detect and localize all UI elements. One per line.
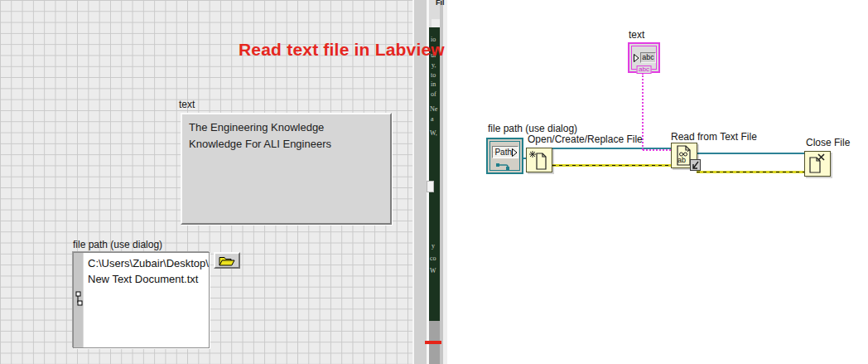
text-fragment: co bbox=[430, 255, 436, 262]
file-path-line1: C:\Users\Zubair\Desktop\ bbox=[88, 255, 209, 271]
red-progress-line bbox=[425, 341, 441, 344]
background-scrollbar-thumb bbox=[427, 181, 434, 192]
read-node-mode-badge[interactable] bbox=[690, 159, 701, 171]
error-wire-read-to-close[interactable] bbox=[697, 171, 804, 173]
text-fragment: Ne bbox=[430, 105, 437, 113]
terminal-direction-icon bbox=[634, 54, 639, 62]
string-type-tab: abc bbox=[636, 66, 652, 74]
path-segment-icon bbox=[75, 291, 83, 306]
indicator-text-line2: Knowledge For ALI Engineers bbox=[189, 136, 383, 153]
labview-screen: Read text file in Labview text The Engin… bbox=[0, 0, 868, 364]
error-wire-open-to-read[interactable] bbox=[552, 164, 671, 167]
open-folder-icon bbox=[218, 255, 236, 266]
text-fragment: of bbox=[431, 90, 436, 98]
close-node-label: Close File bbox=[806, 137, 850, 148]
bd-text-terminal-label: text bbox=[629, 29, 644, 41]
open-node-label: Open/Create/Replace File bbox=[528, 133, 643, 145]
text-fragment: y, bbox=[432, 61, 436, 69]
close-file-icon bbox=[807, 153, 828, 175]
background-window-menu-fragment: Fil bbox=[436, 0, 445, 7]
browse-button[interactable] bbox=[214, 252, 240, 269]
text-indicator-terminal[interactable]: abc abc bbox=[628, 42, 660, 73]
file-path-line2: New Text Document.txt bbox=[88, 271, 209, 287]
indicator-text-line1: The Engineering Knowledge bbox=[189, 119, 383, 136]
background-window-header-box bbox=[432, 19, 440, 27]
file-path-control-label: file path (use dialog) bbox=[73, 239, 162, 250]
badge-arrow-icon bbox=[692, 161, 700, 170]
file-path-terminal[interactable]: Path bbox=[486, 138, 523, 174]
refnum-wire-read-to-close[interactable] bbox=[697, 153, 804, 154]
terminal-direction-icon bbox=[512, 148, 518, 157]
text-fragment: in bbox=[431, 80, 436, 88]
text-indicator-label: text bbox=[179, 99, 195, 110]
text-fragment: W, bbox=[430, 129, 437, 137]
string-wire-horizontal[interactable] bbox=[643, 149, 671, 151]
text-fragment: a bbox=[431, 115, 434, 123]
read-node-label: Read from Text File bbox=[671, 131, 757, 143]
file-path-input[interactable]: C:\Users\Zubair\Desktop\ New Text Docume… bbox=[73, 252, 210, 348]
text-fragment: y bbox=[432, 242, 435, 250]
svg-text:ab: ab bbox=[678, 156, 686, 164]
string-value-glyph: abc bbox=[640, 52, 656, 63]
text-fragment: to bbox=[431, 71, 436, 79]
path-type-icon bbox=[495, 162, 510, 170]
panel-title: Read text file in Labview bbox=[239, 40, 445, 60]
text-fragment: W bbox=[430, 267, 436, 274]
text-string-indicator[interactable]: The Engineering Knowledge Knowledge For … bbox=[181, 113, 392, 225]
open-create-replace-file-node[interactable] bbox=[526, 148, 552, 172]
bd-file-path-terminal-label: file path (use dialog) bbox=[488, 123, 577, 134]
close-file-node[interactable] bbox=[804, 151, 831, 177]
open-file-icon bbox=[528, 149, 550, 171]
path-value-glyph: Path bbox=[494, 148, 512, 157]
path-control-side-strip bbox=[74, 253, 84, 347]
